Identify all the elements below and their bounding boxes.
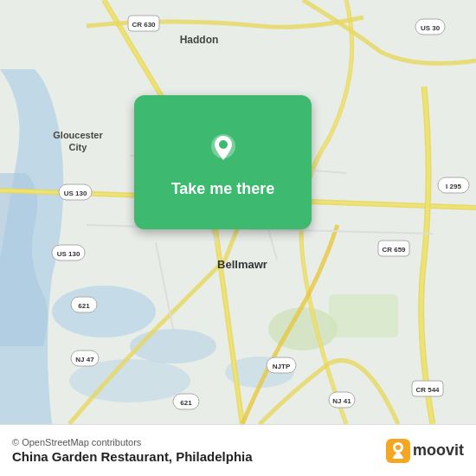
svg-text:NJTP: NJTP (273, 363, 291, 370)
moovit-logo: moovit (386, 439, 464, 463)
svg-text:US 30: US 30 (421, 24, 441, 32)
moovit-text: moovit (413, 441, 464, 460)
svg-text:US 130: US 130 (57, 250, 80, 258)
svg-point-36 (219, 140, 228, 149)
svg-text:CR 630: CR 630 (132, 21, 156, 29)
svg-point-39 (396, 445, 401, 450)
svg-text:CR 544: CR 544 (415, 386, 440, 394)
map-container: CR 630 US 30 US 130 US 130 I 295 CR 659 … (0, 0, 476, 424)
svg-text:Bellmawr: Bellmawr (217, 258, 267, 271)
svg-text:Haddon: Haddon (180, 34, 219, 46)
bottom-left: © OpenStreetMap contributors China Garde… (12, 437, 379, 464)
svg-text:621: 621 (78, 302, 90, 310)
svg-rect-6 (329, 294, 398, 338)
svg-point-1 (52, 286, 156, 338)
svg-text:City: City (69, 142, 88, 152)
location-pin-icon (202, 126, 245, 170)
svg-text:NJ 41: NJ 41 (332, 397, 351, 405)
bottom-bar: © OpenStreetMap contributors China Garde… (0, 424, 476, 476)
svg-text:US 130: US 130 (64, 190, 87, 197)
moovit-brand-icon (386, 439, 410, 463)
svg-text:621: 621 (180, 399, 192, 407)
svg-text:NJ 47: NJ 47 (75, 356, 94, 363)
svg-point-2 (130, 329, 216, 363)
svg-text:I 295: I 295 (446, 183, 461, 190)
svg-text:CR 659: CR 659 (382, 246, 406, 254)
take-me-there-button[interactable]: Take me there (134, 95, 312, 229)
restaurant-name: China Garden Restaurant, Philadelphia (12, 449, 379, 464)
attribution-text: © OpenStreetMap contributors (12, 437, 379, 447)
take-me-there-label: Take me there (171, 180, 275, 198)
svg-text:Gloucester: Gloucester (53, 130, 103, 140)
